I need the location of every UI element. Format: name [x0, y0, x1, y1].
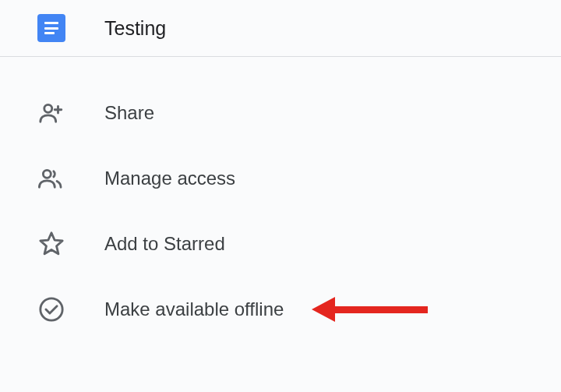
person-add-icon	[37, 99, 65, 127]
svg-point-3	[43, 170, 51, 178]
header-row: Testing	[0, 0, 561, 57]
star-outline-icon	[37, 230, 65, 258]
people-icon	[37, 164, 65, 192]
menu-item-label: Make available offline	[104, 298, 284, 320]
menu-item-add-to-starred[interactable]: Add to Starred	[0, 211, 561, 277]
document-title: Testing	[104, 17, 166, 40]
menu-item-make-available-offline[interactable]: Make available offline	[0, 277, 561, 342]
menu-item-label: Manage access	[104, 168, 235, 189]
svg-point-0	[44, 104, 52, 112]
menu-list: Share Manage access Add to Starred	[0, 57, 561, 366]
menu-item-label: Share	[104, 102, 154, 124]
menu-item-manage-access[interactable]: Manage access	[0, 146, 561, 211]
annotation-arrow	[312, 297, 428, 322]
context-menu-panel: Testing Share	[0, 0, 561, 392]
offline-pin-icon	[37, 295, 65, 323]
document-icon	[37, 14, 65, 42]
svg-point-4	[41, 298, 62, 320]
menu-item-share[interactable]: Share	[0, 80, 561, 146]
menu-item-label: Add to Starred	[104, 233, 225, 255]
